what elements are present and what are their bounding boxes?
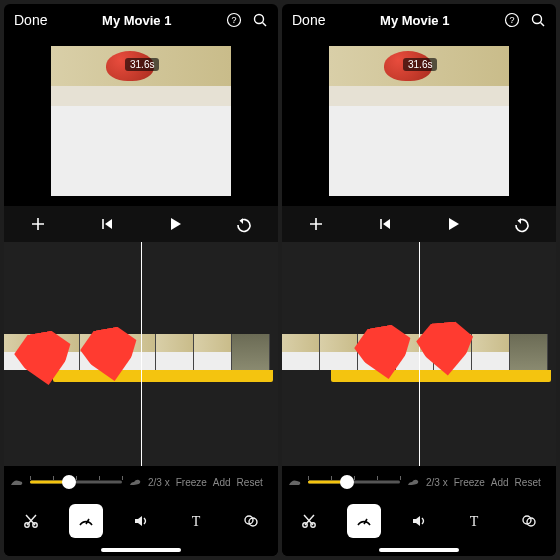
svg-text:?: ? (509, 15, 514, 25)
volume-tool[interactable] (402, 504, 436, 538)
volume-tool[interactable] (124, 504, 158, 538)
add-button[interactable]: Add (491, 477, 509, 488)
prev-frame-icon[interactable] (375, 214, 395, 234)
tortoise-icon (288, 477, 302, 487)
svg-line-3 (262, 23, 266, 27)
speed-range-bar[interactable] (53, 370, 272, 382)
add-media-icon[interactable] (306, 214, 326, 234)
undo-icon[interactable] (234, 214, 254, 234)
transport-bar (4, 206, 278, 242)
filters-tool[interactable] (234, 504, 268, 538)
speed-value: 2/3 x (148, 477, 170, 488)
home-indicator (282, 544, 556, 556)
play-icon[interactable] (165, 214, 185, 234)
speedometer-tool[interactable] (347, 504, 381, 538)
help-icon[interactable]: ? (226, 12, 242, 28)
filters-tool[interactable] (512, 504, 546, 538)
speed-controls: 2/3 x Freeze Add Reset (282, 466, 556, 498)
speedometer-tool[interactable] (69, 504, 103, 538)
home-indicator (4, 544, 278, 556)
playhead[interactable] (141, 242, 142, 466)
editor-pane-left: Done My Movie 1 ? 31.6s (4, 4, 278, 556)
transport-bar (282, 206, 556, 242)
video-preview[interactable]: 31.6s (4, 36, 278, 206)
svg-point-2 (254, 15, 263, 24)
zoom-icon[interactable] (530, 12, 546, 28)
svg-text:T: T (192, 514, 201, 529)
speed-value: 2/3 x (426, 477, 448, 488)
add-button[interactable]: Add (213, 477, 231, 488)
svg-text:?: ? (231, 15, 236, 25)
add-media-icon[interactable] (28, 214, 48, 234)
top-bar: Done My Movie 1 ? (282, 4, 556, 36)
prev-frame-icon[interactable] (97, 214, 117, 234)
duration-badge: 31.6s (125, 58, 159, 71)
speed-range-bar[interactable] (331, 370, 550, 382)
help-icon[interactable]: ? (504, 12, 520, 28)
svg-marker-31 (518, 218, 521, 224)
duration-badge: 31.6s (403, 58, 437, 71)
svg-marker-7 (105, 219, 112, 229)
scissors-tool[interactable] (14, 504, 48, 538)
freeze-button[interactable]: Freeze (176, 477, 207, 488)
svg-point-24 (532, 15, 541, 24)
project-title: My Movie 1 (102, 13, 171, 28)
speed-controls: 2/3 x Freeze Add Reset (4, 466, 278, 498)
reset-button[interactable]: Reset (515, 477, 541, 488)
svg-marker-18 (135, 516, 142, 526)
svg-text:T: T (470, 514, 479, 529)
project-title: My Movie 1 (380, 13, 449, 28)
bottom-toolbar: T (282, 498, 556, 544)
editor-pane-right: Done My Movie 1 ? 31.6s 2/3 x (282, 4, 556, 556)
hare-icon (406, 477, 420, 487)
top-bar: Done My Movie 1 ? (4, 4, 278, 36)
video-preview[interactable]: 31.6s (282, 36, 556, 206)
svg-marker-29 (383, 219, 390, 229)
titles-tool[interactable]: T (457, 504, 491, 538)
reset-button[interactable]: Reset (237, 477, 263, 488)
svg-marker-39 (413, 516, 420, 526)
titles-tool[interactable]: T (179, 504, 213, 538)
scissors-tool[interactable] (292, 504, 326, 538)
bottom-toolbar: T (4, 498, 278, 544)
freeze-button[interactable]: Freeze (454, 477, 485, 488)
hare-icon (128, 477, 142, 487)
done-button[interactable]: Done (14, 12, 47, 28)
svg-line-25 (540, 23, 544, 27)
tortoise-icon (10, 477, 24, 487)
svg-marker-9 (240, 218, 243, 224)
zoom-icon[interactable] (252, 12, 268, 28)
play-icon[interactable] (443, 214, 463, 234)
svg-marker-8 (171, 218, 181, 230)
undo-icon[interactable] (512, 214, 532, 234)
timeline[interactable] (4, 242, 278, 466)
done-button[interactable]: Done (292, 12, 325, 28)
timeline[interactable] (282, 242, 556, 466)
speed-slider[interactable] (308, 474, 400, 490)
speed-slider[interactable] (30, 474, 122, 490)
svg-marker-30 (449, 218, 459, 230)
playhead[interactable] (419, 242, 420, 466)
